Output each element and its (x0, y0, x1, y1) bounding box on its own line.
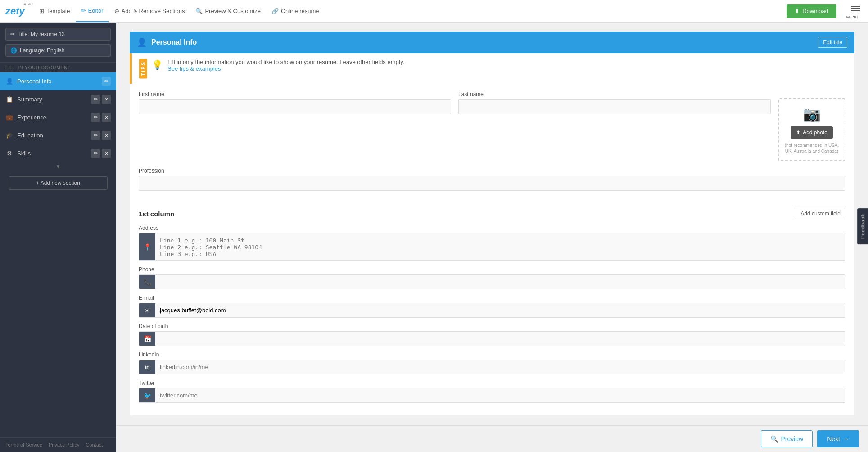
email-input[interactable] (155, 303, 845, 317)
preview-customize-icon: 🔍 (195, 8, 203, 14)
nav-template[interactable]: ⊞ Template (34, 0, 76, 22)
privacy-link[interactable]: Privacy Policy (49, 442, 79, 447)
linkedin-icon: in (139, 360, 155, 374)
personal-info-edit-btn[interactable]: ✏ (102, 77, 111, 86)
calendar-icon: 📅 (139, 332, 155, 346)
preview-button[interactable]: 🔍 Preview (761, 430, 813, 447)
profession-row: Profession (139, 168, 845, 191)
profession-input[interactable] (139, 176, 845, 191)
add-section-button[interactable]: + Add new section (9, 176, 107, 190)
skills-remove-btn[interactable]: ✕ (102, 149, 111, 158)
nav-preview-customize[interactable]: 🔍 Preview & Customize (190, 0, 266, 22)
personal-info-label: Personal Info (17, 78, 98, 85)
linkedin-input[interactable] (155, 360, 845, 374)
sidebar-item-experience[interactable]: 💼 Experience ✏ ✕ (0, 108, 116, 126)
experience-edit-btn[interactable]: ✏ (91, 113, 100, 122)
terms-link[interactable]: Terms of Service (5, 442, 42, 447)
education-label: Education (17, 132, 87, 139)
tips-link[interactable]: See tips & examples (167, 65, 221, 72)
first-name-group: First name (139, 91, 451, 161)
add-custom-field-button[interactable]: Add custom field (796, 208, 845, 219)
download-button[interactable]: ⬇ Download (787, 4, 836, 18)
summary-icon: 📋 (5, 95, 14, 103)
phone-field-row: Phone 📞 (139, 266, 845, 289)
twitter-input[interactable] (155, 388, 845, 402)
dob-input[interactable] (155, 332, 845, 346)
photo-area: 📷 ⬆ Add photo (not recommended in USA, U… (778, 98, 845, 161)
column-title: 1st column (139, 210, 174, 218)
name-fields: First name Last name (139, 91, 771, 161)
linkedin-label: LinkedIn (139, 352, 845, 358)
sidebar-top: ✏ Title: My resume 13 🌐 Language: Englis… (0, 23, 116, 62)
column-header: 1st column Add custom field (139, 204, 845, 219)
phone-icon: 📞 (139, 275, 155, 289)
nav-online-resume[interactable]: 🔗 Online resume (266, 0, 325, 22)
last-name-group: Last name (458, 91, 771, 161)
phone-input[interactable] (155, 275, 845, 289)
tips-content: Fill in only the information you would l… (167, 59, 405, 72)
menu-bar-3 (851, 10, 860, 11)
editor-icon: ✏ (81, 7, 86, 14)
nav-add-remove-label: Add & Remove Sections (122, 8, 185, 14)
content-area: 👤 Personal Info Edit title TIPS 💡 Fill i… (116, 23, 868, 452)
save-label: save (23, 1, 33, 6)
menu-button[interactable] (848, 3, 863, 14)
personal-info-icon: 👤 (5, 77, 14, 85)
upload-icon: ⬆ (796, 129, 800, 136)
education-remove-btn[interactable]: ✕ (102, 131, 111, 140)
twitter-field-row: Twitter 🐦 (139, 380, 845, 403)
sidebar-item-education[interactable]: 🎓 Education ✏ ✕ (0, 126, 116, 144)
sidebar-item-personal-info[interactable]: 👤 Personal Info ✏ (0, 72, 116, 90)
add-photo-button[interactable]: ⬆ Add photo (791, 126, 833, 139)
experience-label: Experience (17, 114, 87, 121)
personal-info-actions: ✏ (102, 77, 111, 86)
last-name-input[interactable] (458, 99, 771, 114)
nav-add-remove[interactable]: ⊕ Add & Remove Sections (109, 0, 190, 22)
summary-edit-btn[interactable]: ✏ (91, 95, 100, 104)
title-button[interactable]: ✏ Title: My resume 13 (5, 28, 111, 41)
sidebar: ✏ Title: My resume 13 🌐 Language: Englis… (0, 23, 116, 452)
education-actions: ✏ ✕ (91, 131, 111, 140)
next-label: Next (827, 435, 840, 443)
education-icon: 🎓 (5, 131, 14, 139)
skills-edit-btn[interactable]: ✏ (91, 149, 100, 158)
photo-note: (not recommended in USA, UK, Australia a… (783, 142, 840, 154)
online-resume-icon: 🔗 (271, 8, 279, 14)
nav-preview-label: Preview & Customize (205, 8, 261, 14)
menu-bar-2 (851, 8, 860, 9)
last-name-label: Last name (458, 91, 771, 97)
top-navigation: save zety ⊞ Template ✏ Editor ⊕ Add & Re… (0, 0, 868, 23)
edit-title-button[interactable]: Edit title (818, 37, 847, 48)
section-title: Personal Info (151, 38, 814, 46)
language-label: Language: English (20, 47, 64, 54)
template-icon: ⊞ (39, 8, 44, 14)
personal-info-form: First name Last name 📷 ⬆ Add p (130, 84, 854, 204)
email-icon: ✉ (139, 303, 155, 317)
education-edit-btn[interactable]: ✏ (91, 131, 100, 140)
first-column-section: 1st column Add custom field Address 📍 Ph… (130, 204, 854, 415)
profession-label: Profession (139, 168, 845, 174)
summary-remove-btn[interactable]: ✕ (102, 95, 111, 104)
language-button[interactable]: 🌐 Language: English (5, 44, 111, 57)
email-label: E-mail (139, 295, 845, 301)
twitter-label: Twitter (139, 380, 845, 386)
address-input[interactable] (155, 233, 845, 260)
first-name-input[interactable] (139, 99, 451, 114)
summary-label: Summary (17, 96, 87, 103)
personal-info-card: 👤 Personal Info Edit title TIPS 💡 Fill i… (130, 32, 854, 415)
experience-remove-btn[interactable]: ✕ (102, 113, 111, 122)
nav-editor[interactable]: ✏ Editor (76, 0, 109, 22)
lightbulb-icon: 💡 (152, 59, 163, 70)
contact-link[interactable]: Contact (86, 442, 103, 447)
user-icon: 👤 (137, 37, 147, 47)
preview-icon: 🔍 (770, 435, 778, 443)
phone-label: Phone (139, 266, 845, 273)
next-button[interactable]: Next → (817, 430, 859, 447)
name-row: First name Last name 📷 ⬆ Add p (139, 91, 845, 161)
email-input-wrap: ✉ (139, 303, 845, 318)
feedback-tab[interactable]: Feedback (857, 208, 868, 244)
sidebar-item-summary[interactable]: 📋 Summary ✏ ✕ (0, 90, 116, 108)
app-logo[interactable]: zety (5, 5, 25, 17)
download-icon: ⬇ (795, 8, 800, 14)
sidebar-item-skills[interactable]: ⚙ Skills ✏ ✕ (0, 144, 116, 162)
